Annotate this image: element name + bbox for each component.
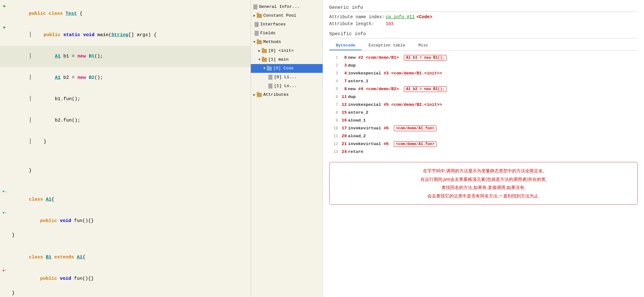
- folder-icon: [257, 14, 262, 18]
- gutter-11: ●↓: [0, 189, 9, 194]
- bytecode-table: 1 0 new #2 <com/demo/B1> A1 b1 = new B1(…: [329, 54, 638, 156]
- code-content-1: public class Test {: [9, 3, 251, 24]
- tree-label-main: [1] main: [268, 56, 289, 63]
- code-panel: ▶ public class Test { ▶ ┃ public static …: [0, 0, 251, 297]
- tree-item-attributes[interactable]: ▶ Attributes: [251, 90, 323, 99]
- generic-info-title: Generic info: [329, 5, 638, 12]
- specific-info-title: Specific info: [329, 31, 638, 38]
- bc-row-12: 12 21 invokevirtual #6 <com/demo/A1.fun>: [329, 140, 638, 148]
- file-icon: [253, 4, 257, 9]
- tree-label-code: [0] Code: [273, 65, 294, 72]
- bc-row-10: 10 17 invokevirtual #6 <com/demo/A1.fun>: [329, 124, 638, 132]
- code-content-8: [9, 153, 251, 160]
- code-line-3: ┃ A1 b1 = new B1();: [0, 46, 251, 67]
- tree-item-fields[interactable]: Fields: [251, 29, 323, 38]
- code-content-15: class B1 extends A1{: [9, 247, 251, 268]
- tree-label-methods: Methods: [263, 39, 281, 46]
- file-icon-fields: [255, 31, 259, 36]
- bc-row-7: 7 12 invokespecial #5 <com/demo/B2.<init…: [329, 101, 638, 109]
- bc-row-13: 13 24 return: [329, 148, 638, 156]
- bc-row-8: 8 15 astore_2: [329, 109, 638, 116]
- tab-exception[interactable]: Exception table: [362, 41, 412, 50]
- code-line-10: [0, 181, 251, 189]
- arrow-right-icon-2: ▶: [258, 47, 261, 54]
- code-content-17: }: [9, 290, 251, 297]
- attr-name-suffix: <Code>: [416, 14, 432, 19]
- tab-misc[interactable]: Misc: [412, 41, 435, 50]
- code-content-13: }: [9, 232, 251, 239]
- tree-item-init[interactable]: ▶ [0] <init>: [251, 46, 323, 55]
- code-line-14: [0, 239, 251, 247]
- tree-item-methods[interactable]: ▼ Methods: [251, 38, 323, 46]
- code-content-2: ┃ public static void main(String[] args)…: [9, 25, 251, 46]
- bc-row-4: 4 7 astore_1: [329, 77, 638, 85]
- file-icon-lo: [268, 84, 272, 89]
- arrow-icon: ▶: [3, 3, 6, 8]
- tree-label-lo: [1] Lo...: [274, 83, 297, 89]
- arrow-right-icon-3: ▶: [253, 91, 256, 98]
- code-content-5: ┃ b1.fun();: [9, 89, 251, 110]
- file-icon-li: [268, 75, 272, 80]
- tree-panel: General Infor... ▶ Constant Pool Interfa…: [251, 0, 323, 297]
- code-content-12: public void fun(){}: [9, 211, 251, 231]
- code-content-3: ┃ A1 b1 = new B1();: [9, 46, 251, 67]
- tree-label-attributes: Attributes: [263, 91, 289, 98]
- bc-row-11: 11 20 aload_2: [329, 132, 638, 140]
- code-content-10: [9, 182, 251, 189]
- code-line-4: ┃ A1 b2 = new B2();: [0, 67, 251, 89]
- code-content-7: ┃ }: [9, 132, 251, 152]
- tab-bytecode[interactable]: Bytecode: [329, 41, 362, 50]
- code-line-6: ┃ b2.fun();: [0, 110, 251, 131]
- code-line-17: }: [0, 289, 251, 297]
- tree-label-general: General Infor...: [259, 3, 300, 10]
- code-line-12: ●↓ public void fun(){}: [0, 210, 251, 232]
- tree-item-main[interactable]: ▼ [1] main: [251, 55, 323, 64]
- bc-row-9: 9 16 aload_1: [329, 116, 638, 124]
- tree-item-li[interactable]: [0] Li...: [251, 73, 323, 82]
- code-content-6: ┃ b2.fun();: [9, 110, 251, 131]
- bc-row-5: 5 8 new #4 <com/demo/B2> A1 b2 = new B2(…: [329, 85, 638, 93]
- folder-icon-main: [262, 58, 267, 62]
- attr-length-label: Attribute length:: [329, 21, 386, 26]
- code-line-13: }: [0, 232, 251, 239]
- code-line-16: ●↑ public void fun(){}: [0, 268, 251, 289]
- attr-length-row: Attribute length: 103: [329, 21, 638, 26]
- code-content-14: [9, 240, 251, 246]
- code-content-11: class A1{: [9, 189, 251, 210]
- arrow-down-icon: ▼: [253, 39, 256, 46]
- gutter-12: ●↓: [0, 211, 9, 215]
- tree-item-constant-pool[interactable]: ▶ Constant Pool: [251, 11, 323, 20]
- tree-label-interfaces: Interfaces: [260, 21, 286, 28]
- dot-icon: ●↓: [3, 189, 7, 194]
- folder-icon-init: [262, 49, 267, 53]
- chinese-annotation: 在字节码中,调用的方法显示为变量静态类型中的方法全限定名,在运行期间,jvm会去…: [329, 162, 638, 205]
- arrow-right-icon: ▶: [253, 12, 256, 19]
- dot-icon: ●↓: [3, 211, 7, 215]
- code-line-7: ┃ }: [0, 131, 251, 153]
- gutter-1: ▶: [0, 3, 9, 8]
- tree-item-general[interactable]: General Infor...: [251, 3, 323, 11]
- code-line-5: ┃ b1.fun();: [0, 89, 251, 110]
- code-line-9: }: [0, 160, 251, 181]
- gutter-2: ▶: [0, 25, 9, 30]
- file-icon-interfaces: [255, 22, 259, 27]
- tree-item-code[interactable]: ▼ [0] Code: [251, 64, 323, 73]
- tree-label-li: [0] Li...: [274, 74, 297, 81]
- gutter-16: ●↑: [0, 268, 9, 273]
- attr-name-row: Attribute name index: cp_info #11 <Code>: [329, 14, 638, 19]
- tree-item-interfaces[interactable]: Interfaces: [251, 20, 323, 29]
- attr-length-value: 103: [386, 21, 393, 26]
- tree-item-lo[interactable]: [1] Lo...: [251, 82, 323, 90]
- arrow-icon: ▶: [3, 25, 6, 30]
- tree-label-init: [0] <init>: [268, 47, 294, 54]
- code-line-11: ●↓ class A1{: [0, 189, 251, 210]
- bc-row-2: 2 3 dup: [329, 62, 638, 69]
- specific-info-section: Specific info Bytecode Exception table M…: [329, 31, 638, 205]
- folder-icon-attributes: [257, 93, 262, 97]
- arrow-down-icon-3: ▼: [263, 65, 266, 72]
- attr-name-value: cp_info #11: [386, 14, 414, 19]
- folder-icon-methods: [257, 40, 262, 44]
- chinese-text: 在字节码中,调用的方法显示为变量静态类型中的方法全限定名,在运行期间,jvm会去…: [420, 168, 547, 198]
- code-line-1: ▶ public class Test {: [0, 3, 251, 24]
- right-panel: Generic info Attribute name index: cp_in…: [323, 0, 644, 297]
